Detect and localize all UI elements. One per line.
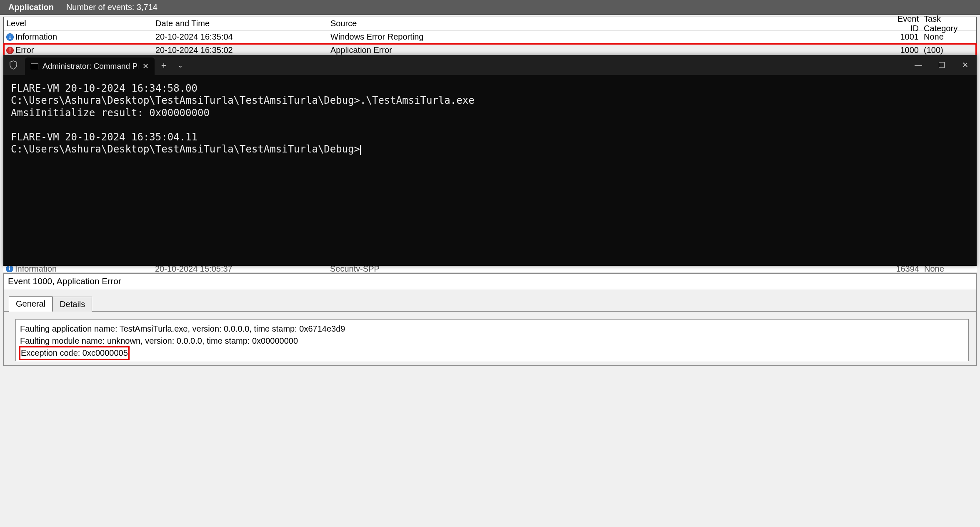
col-level[interactable]: Level <box>5 19 155 28</box>
row-level: Information <box>15 265 57 272</box>
col-task[interactable]: Task Category <box>920 14 975 33</box>
detail-line: Exception code: 0xc0000005 <box>20 347 964 359</box>
row-date: 20-10-2024 16:35:02 <box>155 45 330 55</box>
terminal-titlebar[interactable]: Administrator: Command Prom ✕ ＋ ⌄ <box>3 55 977 75</box>
terminal-body[interactable]: FLARE-VM 20-10-2024 16:34:58.00 C:\Users… <box>3 75 977 266</box>
row-task: None <box>921 265 975 272</box>
col-eventid[interactable]: Event ID <box>895 14 920 33</box>
detail-box: Faulting application name: TestAmsiTurla… <box>15 319 969 361</box>
details-pane: Event 1000, Application Error General De… <box>3 273 977 366</box>
tab-general[interactable]: General <box>9 296 52 312</box>
log-name: Application <box>8 2 54 12</box>
row-source: Windows Error Reporting <box>330 32 564 42</box>
row-level: Error <box>15 45 34 55</box>
cmd-icon <box>31 63 38 69</box>
row-source: Application Error <box>330 45 564 55</box>
details-title: Event 1000, Application Error <box>4 274 976 289</box>
row-eventid: 1001 <box>895 32 920 42</box>
row-eventid: 16394 <box>896 265 921 272</box>
col-source[interactable]: Source <box>330 19 564 28</box>
terminal-window: Administrator: Command Prom ✕ ＋ ⌄ FLARE-… <box>3 55 977 266</box>
tab-content: Faulting application name: TestAmsiTurla… <box>4 312 976 365</box>
event-count: Number of events: 3,714 <box>66 2 158 12</box>
minimize-button[interactable] <box>907 55 930 75</box>
tab-details[interactable]: Details <box>52 297 92 312</box>
table-row[interactable]: iInformation 20-10-2024 15:05:37 Securit… <box>3 265 977 272</box>
row-task: None <box>920 32 975 42</box>
close-button[interactable] <box>953 55 977 75</box>
row-source: Security-SPP <box>330 265 563 272</box>
row-level: Information <box>15 32 57 42</box>
details-tabs: General Details <box>4 289 976 312</box>
shield-icon <box>3 55 23 75</box>
col-date[interactable]: Date and Time <box>155 19 330 28</box>
info-icon: i <box>6 33 14 41</box>
detail-line: Faulting module name: unknown, version: … <box>20 335 964 347</box>
tab-dropdown-icon[interactable]: ⌄ <box>173 55 187 75</box>
terminal-tab-title: Administrator: Command Prom <box>42 62 138 71</box>
exception-code-highlight: Exception code: 0xc0000005 <box>20 347 129 359</box>
eventviewer-topbar: Application Number of events: 3,714 <box>0 0 980 15</box>
row-date: 20-10-2024 15:05:37 <box>155 265 330 272</box>
table-header[interactable]: Level Date and Time Source Event ID Task… <box>4 17 976 30</box>
row-eventid: 1000 <box>895 45 920 55</box>
new-tab-button[interactable]: ＋ <box>155 55 173 75</box>
maximize-button[interactable] <box>930 55 953 75</box>
row-date: 20-10-2024 16:35:04 <box>155 32 330 42</box>
table-row[interactable]: iInformation20-10-2024 16:35:04Windows E… <box>4 30 976 44</box>
row-task: (100) <box>920 45 975 55</box>
info-icon: i <box>6 265 13 272</box>
tab-close-icon[interactable]: ✕ <box>142 62 149 71</box>
terminal-tab[interactable]: Administrator: Command Prom ✕ <box>25 57 155 75</box>
error-icon: ! <box>6 47 14 54</box>
detail-line: Faulting application name: TestAmsiTurla… <box>20 323 964 335</box>
